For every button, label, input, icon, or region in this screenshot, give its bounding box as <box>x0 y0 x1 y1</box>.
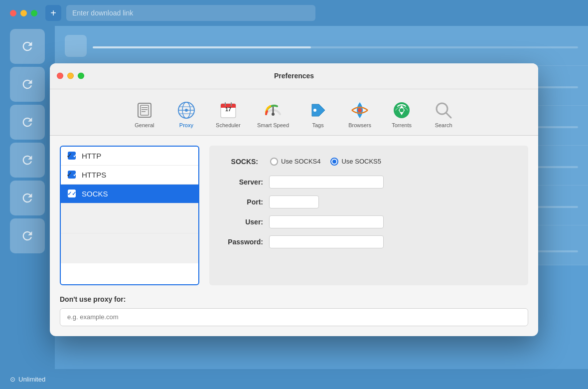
toolbar-item-general[interactable]: General <box>125 97 164 131</box>
user-row: User: <box>223 215 514 228</box>
bg-dl-info <box>93 43 578 48</box>
server-input[interactable] <box>269 176 384 189</box>
port-input[interactable] <box>269 195 319 208</box>
password-label: Password: <box>223 238 263 246</box>
bg-bottombar: ⊙ Unlimited <box>0 369 588 389</box>
svg-point-10 <box>185 109 188 112</box>
bg-dl-item-1 <box>55 26 588 66</box>
toolbar-item-scheduler[interactable]: 17 Scheduler <box>208 97 248 131</box>
bg-minimize-button[interactable] <box>20 10 27 16</box>
proxy-list-item-http[interactable]: ✓ HTTP <box>61 147 198 166</box>
http-checkbox[interactable]: ✓ <box>68 152 76 160</box>
https-checkbox[interactable]: ✓ <box>68 171 76 179</box>
socks4-radio-circle[interactable] <box>270 158 278 166</box>
socks5-radio[interactable]: Use SOCKS5 <box>330 158 381 166</box>
svg-point-19 <box>313 109 316 112</box>
socks5-radio-circle[interactable] <box>330 158 338 166</box>
svg-rect-3 <box>142 109 147 110</box>
svg-text:17: 17 <box>225 106 231 112</box>
socks-radio-group: Use SOCKS4 Use SOCKS5 <box>270 158 381 166</box>
search-label: Search <box>435 122 452 128</box>
socks-label: SOCKS: <box>223 158 258 166</box>
toolbar-item-smart-speed[interactable]: Smart Speed <box>250 97 296 131</box>
bg-dl-file-icon <box>65 35 87 57</box>
port-row: Port: <box>223 195 514 208</box>
preferences-dialog[interactable]: Preferences General <box>50 63 538 336</box>
toolbar-item-browsers[interactable]: Browsers <box>340 97 380 131</box>
bg-sidebar-refresh-3[interactable] <box>10 105 45 140</box>
proxy-list-item-socks[interactable]: ✓ SOCKS <box>61 185 198 203</box>
proxy-list-panel: ✓ HTTP ✓ HTTPS ✓ SOCKS <box>60 146 199 285</box>
bg-traffic-lights <box>10 10 37 16</box>
bg-titlebar: + Enter download link <box>0 0 588 26</box>
proxy-list-empty-2 <box>61 233 198 263</box>
no-proxy-input[interactable] <box>60 308 528 326</box>
socks-checkbox[interactable]: ✓ <box>68 190 76 197</box>
browsers-label: Browsers <box>348 122 371 128</box>
dialog-traffic-lights <box>57 73 84 79</box>
bg-sidebar <box>0 26 55 369</box>
smart-speed-icon <box>263 100 283 120</box>
no-proxy-label: Don't use proxy for: <box>60 295 528 303</box>
scheduler-label: Scheduler <box>216 122 241 128</box>
dialog-title: Preferences <box>274 72 314 80</box>
torrents-label: Torrents <box>392 122 412 128</box>
server-label: Server: <box>223 178 263 186</box>
svg-rect-2 <box>142 107 147 108</box>
user-input[interactable] <box>269 215 384 228</box>
dialog-titlebar: Preferences <box>50 63 538 89</box>
tags-label: Tags <box>312 122 323 128</box>
bg-sidebar-refresh-5[interactable] <box>10 181 45 215</box>
bg-maximize-button[interactable] <box>31 10 37 16</box>
svg-rect-4 <box>142 111 146 112</box>
bg-sidebar-refresh-2[interactable] <box>10 67 45 102</box>
no-proxy-section: Don't use proxy for: <box>50 295 538 336</box>
dialog-close-button[interactable] <box>57 73 63 79</box>
proxy-list-empty-1 <box>61 203 198 233</box>
password-row: Password: <box>223 235 514 248</box>
tags-icon <box>308 100 328 120</box>
preferences-toolbar: General Proxy <box>50 89 538 136</box>
server-row: Server: <box>223 176 514 189</box>
general-icon <box>135 100 154 120</box>
toolbar-item-tags[interactable]: Tags <box>298 97 338 131</box>
smart-speed-label: Smart Speed <box>257 122 289 128</box>
password-input[interactable] <box>269 235 384 248</box>
user-label: User: <box>223 218 263 226</box>
toolbar-item-torrents[interactable]: Torrents <box>382 97 422 131</box>
socks4-radio[interactable]: Use SOCKS4 <box>270 158 320 166</box>
svg-line-25 <box>446 113 451 118</box>
socks5-label: Use SOCKS5 <box>341 158 381 165</box>
bg-sidebar-refresh-6[interactable] <box>10 218 45 253</box>
port-label: Port: <box>223 198 263 206</box>
bg-sidebar-refresh-1[interactable] <box>10 29 45 64</box>
dialog-content: ✓ HTTP ✓ HTTPS ✓ SOCKS <box>50 136 538 295</box>
bg-close-button[interactable] <box>10 10 16 16</box>
search-icon <box>434 100 453 120</box>
dialog-minimize-button[interactable] <box>67 73 74 79</box>
proxy-list-item-https[interactable]: ✓ HTTPS <box>61 166 198 185</box>
bg-url-bar[interactable]: Enter download link <box>66 5 315 21</box>
general-label: General <box>135 122 154 128</box>
dialog-maximize-button[interactable] <box>78 73 84 79</box>
toolbar-item-proxy[interactable]: Proxy <box>166 97 206 131</box>
proxy-settings-panel: SOCKS: Use SOCKS4 Use SOCKS5 S <box>209 146 528 285</box>
torrents-icon <box>392 100 412 120</box>
toolbar-item-search[interactable]: Search <box>424 97 463 131</box>
socks4-label: Use SOCKS4 <box>281 158 320 165</box>
proxy-label: Proxy <box>179 122 193 128</box>
svg-point-18 <box>272 113 275 116</box>
bg-add-button[interactable]: + <box>45 5 61 21</box>
scheduler-icon: 17 <box>218 100 238 120</box>
proxy-icon <box>176 100 196 120</box>
browsers-icon <box>350 100 370 120</box>
socks-row: SOCKS: Use SOCKS4 Use SOCKS5 <box>223 158 514 166</box>
bg-sidebar-refresh-4[interactable] <box>10 143 45 178</box>
svg-point-21 <box>358 108 362 112</box>
